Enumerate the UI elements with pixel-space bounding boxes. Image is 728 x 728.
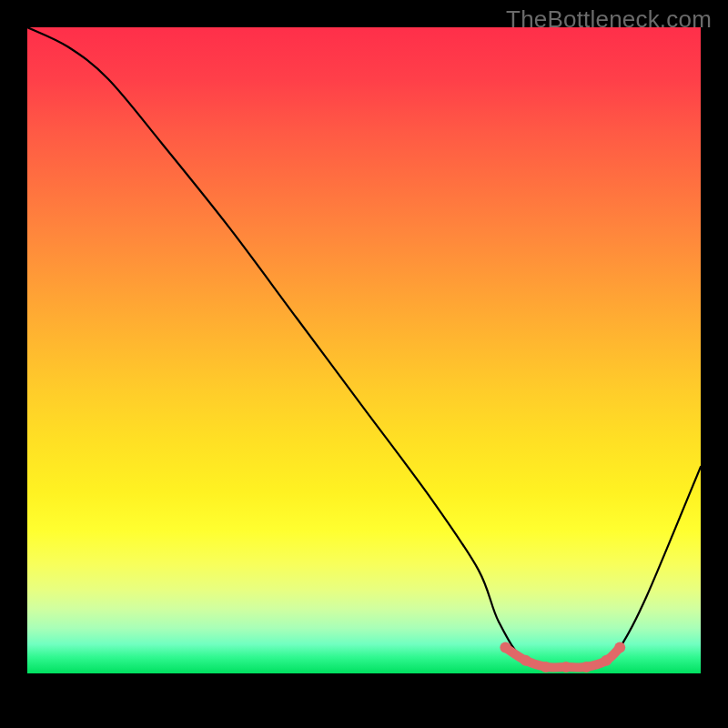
dot: d (500, 642, 511, 653)
dot (581, 662, 592, 672)
chart-plot-area: d (27, 27, 701, 701)
dot (521, 655, 531, 666)
dot (561, 662, 571, 672)
chart-svg: d (27, 27, 701, 701)
dot (614, 642, 625, 653)
dot (601, 655, 612, 666)
dot (541, 662, 551, 672)
bottleneck-curve (27, 27, 701, 669)
watermark-text: TheBottleneck.com (506, 5, 712, 34)
